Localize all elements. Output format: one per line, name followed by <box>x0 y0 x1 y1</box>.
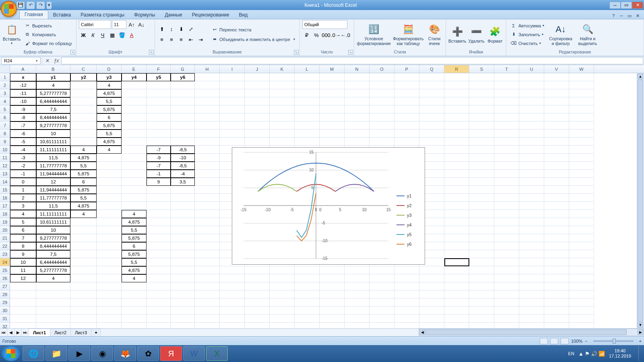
cell-C28[interactable] <box>70 290 97 298</box>
cell-C22[interactable] <box>70 242 97 250</box>
cell-A20[interactable]: 6 <box>10 226 36 234</box>
cell-D16[interactable] <box>97 194 122 202</box>
row-header[interactable]: 4 <box>0 97 10 105</box>
cell-V12[interactable] <box>544 162 569 170</box>
col-header-J[interactable]: J <box>245 65 270 73</box>
cell-L2[interactable] <box>295 81 320 89</box>
cell-O8[interactable] <box>369 130 394 138</box>
cell-P26[interactable] <box>394 274 419 282</box>
cell-Q30[interactable] <box>419 306 444 315</box>
cell-T11[interactable] <box>494 154 519 162</box>
cell-T29[interactable] <box>494 298 519 306</box>
col-header-P[interactable]: P <box>394 65 419 73</box>
cell-U23[interactable] <box>519 250 544 258</box>
cell-L32[interactable] <box>295 323 320 328</box>
cell-H6[interactable] <box>195 113 220 121</box>
cell-N8[interactable] <box>345 130 369 138</box>
cell-A23[interactable]: 9 <box>10 250 36 258</box>
cell-K3[interactable] <box>270 89 295 97</box>
bold-icon[interactable]: Ж <box>79 31 88 39</box>
cell-C6[interactable] <box>70 113 97 121</box>
cell-W31[interactable] <box>569 315 594 323</box>
cell-G14[interactable]: 3,5 <box>171 178 195 186</box>
col-header-S[interactable]: S <box>469 65 494 73</box>
cell-G8[interactable] <box>171 130 195 138</box>
cell-B4[interactable]: 6,444444444 <box>36 97 70 105</box>
cell-J31[interactable] <box>245 315 270 323</box>
col-header-W[interactable]: W <box>569 65 594 73</box>
cell-A32[interactable] <box>10 323 36 328</box>
cell-G31[interactable] <box>171 315 195 323</box>
cell-U7[interactable] <box>519 121 544 130</box>
cell-T10[interactable] <box>494 146 519 154</box>
cell-M30[interactable] <box>320 306 345 315</box>
cell-W15[interactable] <box>569 186 594 194</box>
cell-B2[interactable]: 4 <box>36 81 70 89</box>
cell-V14[interactable] <box>544 178 569 186</box>
cell-K4[interactable] <box>270 97 295 105</box>
cell-H26[interactable] <box>195 274 220 282</box>
tab-insert[interactable]: Вставка <box>48 11 76 19</box>
cell-N1[interactable] <box>345 73 369 81</box>
cell-Q2[interactable] <box>419 81 444 89</box>
cell-W18[interactable] <box>569 210 594 218</box>
cell-F19[interactable] <box>147 218 171 226</box>
row-header[interactable]: 13 <box>0 170 10 178</box>
cell-J4[interactable] <box>245 97 270 105</box>
cell-G16[interactable] <box>171 194 195 202</box>
cell-M9[interactable] <box>320 138 345 146</box>
cancel-formula-icon[interactable]: ✕ <box>42 57 52 64</box>
row-header[interactable]: 26 <box>0 274 10 282</box>
cell-G19[interactable] <box>171 218 195 226</box>
cell-H27[interactable] <box>195 282 220 290</box>
percent-icon[interactable]: % <box>312 31 321 39</box>
cell-A29[interactable] <box>10 298 36 306</box>
sheet-nav-next-icon[interactable]: ▶ <box>14 329 22 336</box>
show-desktop-button[interactable] <box>638 346 642 361</box>
cell-V22[interactable] <box>544 242 569 250</box>
cell-E8[interactable] <box>122 130 147 138</box>
cell-D25[interactable] <box>97 266 122 274</box>
cell-A4[interactable]: -10 <box>10 97 36 105</box>
cell-A16[interactable]: 2 <box>10 194 36 202</box>
cell-Q7[interactable] <box>419 121 444 130</box>
cell-S27[interactable] <box>469 282 494 290</box>
cell-U17[interactable] <box>519 202 544 210</box>
cell-E11[interactable] <box>122 154 147 162</box>
cell-B1[interactable]: y1 <box>36 73 70 81</box>
cell-E6[interactable] <box>122 113 147 121</box>
normal-view-icon[interactable] <box>540 338 548 344</box>
cell-T6[interactable] <box>494 113 519 121</box>
cell-R5[interactable] <box>444 105 469 113</box>
cell-O30[interactable] <box>369 306 394 315</box>
tray-volume-icon[interactable]: 🔊 <box>591 351 597 357</box>
cell-T9[interactable] <box>494 138 519 146</box>
cell-E18[interactable]: 4 <box>122 210 147 218</box>
cell-B17[interactable]: 11,5 <box>36 202 70 210</box>
cell-K9[interactable] <box>270 138 295 146</box>
cell-P4[interactable] <box>394 97 419 105</box>
insert-cells-button[interactable]: ➕Вставить <box>448 21 466 48</box>
cell-V11[interactable] <box>544 154 569 162</box>
cell-A17[interactable]: 3 <box>10 202 36 210</box>
cell-J9[interactable] <box>245 138 270 146</box>
cell-T23[interactable] <box>494 250 519 258</box>
cell-U11[interactable] <box>519 154 544 162</box>
help-icon[interactable]: ? <box>610 12 617 19</box>
cell-P30[interactable] <box>394 306 419 315</box>
row-header[interactable]: 21 <box>0 234 10 242</box>
col-header-C[interactable]: C <box>70 65 97 73</box>
cell-P1[interactable] <box>394 73 419 81</box>
cell-R26[interactable] <box>444 274 469 282</box>
cell-R21[interactable] <box>444 234 469 242</box>
taskbar-chrome-icon[interactable]: ◉ <box>91 346 113 361</box>
cell-H28[interactable] <box>195 290 220 298</box>
cell-K31[interactable] <box>270 315 295 323</box>
cell-G32[interactable] <box>171 323 195 328</box>
cell-S31[interactable] <box>469 315 494 323</box>
cell-P25[interactable] <box>394 266 419 274</box>
cell-U14[interactable] <box>519 178 544 186</box>
cell-T20[interactable] <box>494 226 519 234</box>
cell-D1[interactable]: y3 <box>97 73 122 81</box>
cell-S5[interactable] <box>469 105 494 113</box>
